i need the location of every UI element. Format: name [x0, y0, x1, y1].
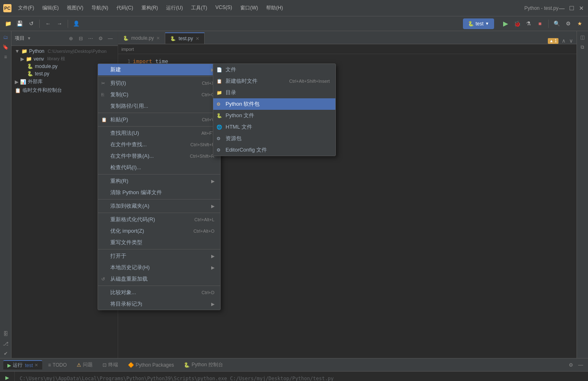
- context-menu-item-open-with[interactable]: 打开于 ▶: [98, 250, 220, 262]
- open-with-arrow-icon: ▶: [211, 254, 214, 259]
- context-menu-item-new[interactable]: 新建 ▶: [98, 64, 220, 75]
- cut-icon: ✂: [101, 81, 105, 86]
- context-menu-overlay: 新建 ▶ ✂ 剪切(I) Ctrl+X ⎘ 复制(C) Ctrl+C 复制路径/…: [0, 0, 588, 381]
- reformat-shortcut: Ctrl+Alt+L: [182, 217, 214, 222]
- cut-shortcut: Ctrl+X: [189, 81, 214, 86]
- context-sep-8: [98, 286, 220, 286]
- resource-bundle-label: 资源包: [226, 135, 242, 142]
- new-label: 新建: [110, 66, 121, 73]
- find-in-files-shortcut: Ctrl+Shift+F: [178, 142, 214, 147]
- scratch-label: 新建临时文件: [226, 77, 258, 85]
- context-menu-item-inspect[interactable]: 检查代码(I)...: [98, 162, 220, 173]
- context-sep-4: [98, 174, 220, 175]
- python-package-label: Python 软件包: [226, 100, 260, 108]
- context-sep-1: [98, 76, 220, 77]
- copy-icon: ⎘: [101, 92, 104, 97]
- submenu-item-file[interactable]: 📄 文件: [213, 64, 335, 75]
- refactor-label: 重构(R): [110, 177, 128, 185]
- context-sep-2: [98, 113, 220, 113]
- mark-dir-label: 将目录标记为: [110, 300, 142, 308]
- copy-shortcut: Ctrl+C: [189, 92, 214, 97]
- reformat-label: 重新格式化代码(R): [110, 216, 155, 223]
- context-menu-item-find-in-files[interactable]: 在文件中查找... Ctrl+Shift+F: [98, 139, 220, 150]
- context-sep-5: [98, 199, 220, 200]
- context-menu-item-optimize-import[interactable]: 优化 import(Z) Ctrl+Alt+O: [98, 225, 220, 237]
- html-file-icon: 🌐: [217, 125, 222, 130]
- submenu-item-scratch[interactable]: 📋 新建临时文件 Ctrl+Alt+Shift+Insert: [213, 75, 335, 87]
- open-with-label: 打开于: [110, 252, 126, 260]
- context-menu-item-compare[interactable]: 比较对象... Ctrl+D: [98, 287, 220, 298]
- file-icon: 📄: [217, 67, 222, 73]
- find-in-files-label: 在文件中查找...: [110, 141, 147, 148]
- reload-label: 从磁盘重新加载: [110, 275, 148, 283]
- clean-pyc-label: 清除 Python 编译文件: [110, 189, 162, 196]
- paste-label: 粘贴(P): [110, 116, 128, 123]
- context-menu-item-paste[interactable]: 📋 粘贴(P) Ctrl+V: [98, 114, 220, 125]
- copy-path-label: 复制路径/引用...: [110, 102, 148, 110]
- context-menu-item-reload[interactable]: ↺ 从磁盘重新加载: [98, 273, 220, 285]
- editorconfig-icon: ⚙: [217, 147, 221, 153]
- context-menu-item-reformat[interactable]: 重新格式化代码(R) Ctrl+Alt+L: [98, 214, 220, 225]
- submenu-item-python-file[interactable]: 🐍 Python 文件: [213, 110, 335, 121]
- local-history-arrow-icon: ▶: [211, 265, 214, 270]
- new-submenu: 📄 文件 📋 新建临时文件 Ctrl+Alt+Shift+Insert 📁 目录…: [213, 64, 336, 156]
- replace-in-files-shortcut: Ctrl+Shift+R: [178, 154, 214, 159]
- python-file-icon: 🐍: [217, 113, 222, 118]
- compare-label: 比较对象...: [110, 289, 136, 296]
- context-menu-item-mark-dir[interactable]: 将目录标记为 ▶: [98, 298, 220, 310]
- context-menu-item-cut[interactable]: ✂ 剪切(I) Ctrl+X: [98, 77, 220, 89]
- html-file-label: HTML 文件: [226, 123, 252, 131]
- context-menu-item-local-history[interactable]: 本地历史记录(H) ▶: [98, 262, 220, 273]
- dir-icon: 📁: [217, 90, 222, 95]
- replace-in-files-label: 在文件中替换(A)...: [110, 152, 154, 160]
- override-filetype-label: 重写文件类型: [110, 239, 142, 246]
- paste-shortcut: Ctrl+V: [189, 117, 214, 122]
- python-package-icon: ⚙: [217, 102, 221, 107]
- context-menu-item-replace-in-files[interactable]: 在文件中替换(A)... Ctrl+Shift+R: [98, 150, 220, 162]
- optimize-import-label: 优化 import(Z): [110, 227, 144, 235]
- scratch-shortcut: Ctrl+Alt+Shift+Insert: [277, 79, 330, 84]
- find-usage-label: 查找用法(U): [110, 129, 139, 137]
- dir-label: 目录: [226, 89, 236, 96]
- submenu-item-html-file[interactable]: 🌐 HTML 文件: [213, 121, 335, 133]
- compare-shortcut: Ctrl+D: [189, 290, 214, 295]
- submenu-item-dir[interactable]: 📁 目录: [213, 87, 335, 98]
- favorites-label: 添加到收藏夹(A): [110, 202, 149, 210]
- scratch-icon: 📋: [217, 79, 222, 84]
- resource-bundle-icon: ⚙: [217, 136, 221, 141]
- context-menu-item-find-usage[interactable]: 查找用法(U) Alt+F7: [98, 127, 220, 139]
- copy-label: 复制(C): [110, 91, 128, 98]
- refactor-arrow-icon: ▶: [211, 179, 214, 184]
- paste-icon: 📋: [101, 117, 107, 122]
- editorconfig-label: EditorConfig 文件: [226, 146, 267, 154]
- main-context-menu: 新建 ▶ ✂ 剪切(I) Ctrl+X ⎘ 复制(C) Ctrl+C 复制路径/…: [98, 64, 221, 310]
- submenu-item-resource-bundle[interactable]: ⚙ 资源包: [213, 133, 335, 144]
- optimize-import-shortcut: Ctrl+Alt+O: [181, 229, 214, 234]
- submenu-item-python-package[interactable]: ⚙ Python 软件包: [213, 98, 335, 110]
- context-menu-item-clean-pyc[interactable]: 清除 Python 编译文件: [98, 187, 220, 198]
- inspect-label: 检查代码(I)...: [110, 164, 141, 171]
- favorites-arrow-icon: ▶: [211, 204, 214, 209]
- context-menu-item-refactor[interactable]: 重构(R) ▶: [98, 175, 220, 187]
- file-label: 文件: [226, 66, 236, 73]
- local-history-label: 本地历史记录(H): [110, 264, 150, 271]
- mark-dir-arrow-icon: ▶: [211, 302, 214, 307]
- context-sep-3: [98, 126, 220, 127]
- submenu-item-editorconfig[interactable]: ⚙ EditorConfig 文件: [213, 144, 335, 156]
- reload-icon: ↺: [101, 277, 105, 282]
- context-menu-item-favorites[interactable]: 添加到收藏夹(A) ▶: [98, 200, 220, 212]
- find-usage-shortcut: Alt+F7: [189, 131, 214, 136]
- context-sep-6: [98, 213, 220, 213]
- cut-label: 剪切(I): [110, 79, 126, 87]
- context-menu-item-override-filetype[interactable]: 重写文件类型: [98, 237, 220, 248]
- context-menu-item-copy[interactable]: ⎘ 复制(C) Ctrl+C: [98, 89, 220, 100]
- context-sep-7: [98, 249, 220, 249]
- python-file-label: Python 文件: [226, 112, 254, 119]
- context-menu-item-copy-path[interactable]: 复制路径/引用...: [98, 100, 220, 112]
